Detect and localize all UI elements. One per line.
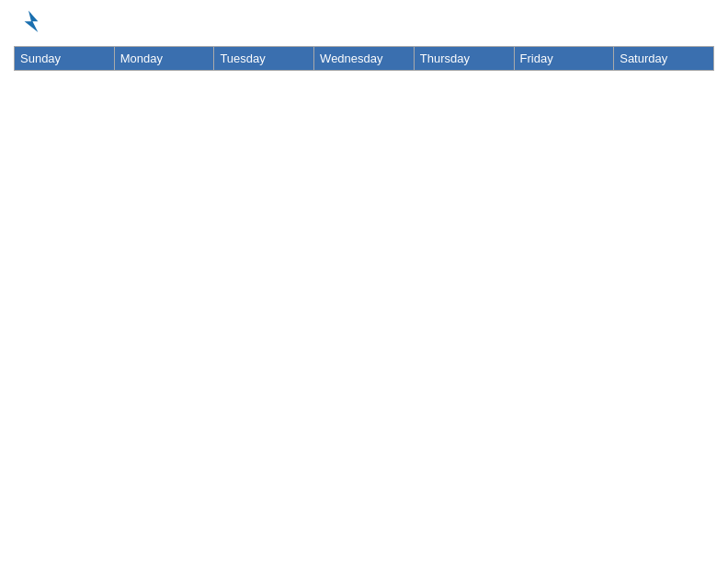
weekday-header: Wednesday — [314, 47, 415, 71]
header — [14, 9, 714, 39]
logo-icon — [16, 9, 41, 35]
svg-marker-0 — [25, 10, 39, 32]
logo — [14, 9, 41, 39]
weekday-header: Thursday — [414, 47, 514, 71]
header-row: SundayMondayTuesdayWednesdayThursdayFrid… — [15, 47, 714, 71]
weekday-header: Sunday — [15, 47, 115, 71]
weekday-header: Tuesday — [214, 47, 314, 71]
calendar-table: SundayMondayTuesdayWednesdayThursdayFrid… — [14, 46, 714, 71]
weekday-header: Friday — [514, 47, 614, 71]
weekday-header: Monday — [114, 47, 214, 71]
weekday-header: Saturday — [614, 47, 714, 71]
page: SundayMondayTuesdayWednesdayThursdayFrid… — [0, 0, 728, 80]
